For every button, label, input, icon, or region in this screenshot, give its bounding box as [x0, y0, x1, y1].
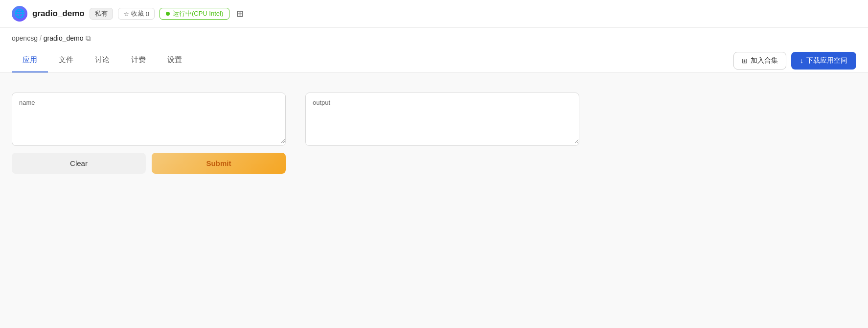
tab-files[interactable]: 文件 — [48, 48, 84, 72]
monitor-icon: ⊞ — [236, 9, 244, 19]
app-logo: 🌐 — [12, 6, 27, 22]
main-content: name Clear Submit output — [0, 73, 868, 318]
join-collection-button[interactable]: ⊞ 加入合集 — [733, 52, 786, 70]
input-textarea-box: name — [12, 93, 286, 146]
top-bar: 🌐 gradio_demo 私有 ☆ 收藏 0 运行中(CPU Intel) ⊞ — [0, 0, 868, 28]
badge-collect: ☆ 收藏 0 — [118, 8, 155, 20]
tab-settings[interactable]: 设置 — [157, 48, 193, 72]
buttons-row: Clear Submit — [12, 153, 286, 174]
running-dot — [166, 12, 170, 16]
clear-button[interactable]: Clear — [12, 153, 146, 174]
download-icon: ↓ — [800, 57, 803, 65]
app-title: gradio_demo — [32, 9, 85, 19]
breadcrumb: opencsg / gradio_demo ⧉ — [0, 28, 868, 48]
tab-billing[interactable]: 计费 — [120, 48, 157, 72]
nav-bar: 应用 文件 讨论 计费 设置 ⊞ 加入合集 ↓ 下载应用空间 — [0, 48, 868, 73]
download-app-button[interactable]: ↓ 下载应用空间 — [791, 52, 856, 70]
badge-private: 私有 — [90, 8, 113, 20]
nav-actions: ⊞ 加入合集 ↓ 下载应用空间 — [733, 52, 856, 70]
join-icon: ⊞ — [742, 57, 748, 65]
breadcrumb-owner[interactable]: opencsg — [12, 34, 38, 42]
output-textarea-box: output — [305, 93, 579, 146]
breadcrumb-separator: / — [40, 34, 42, 42]
input-panel: name Clear Submit — [12, 93, 286, 174]
badge-running: 运行中(CPU Intel) — [160, 8, 229, 20]
submit-button[interactable]: Submit — [152, 153, 286, 174]
input-label: name — [12, 93, 285, 106]
copy-icon[interactable]: ⧉ — [86, 34, 91, 43]
nav-tabs: 应用 文件 讨论 计费 设置 — [12, 48, 193, 72]
bookmark-icon: ☆ — [123, 10, 129, 18]
output-panel: output — [305, 93, 579, 174]
tab-app[interactable]: 应用 — [12, 48, 48, 72]
app-layout: name Clear Submit output — [12, 93, 697, 174]
monitor-button[interactable]: ⊞ — [234, 6, 246, 21]
name-input[interactable] — [12, 109, 285, 143]
output-field[interactable] — [306, 109, 579, 143]
breadcrumb-repo: gradio_demo — [44, 34, 84, 42]
tab-discussion[interactable]: 讨论 — [84, 48, 120, 72]
output-label: output — [306, 93, 579, 106]
